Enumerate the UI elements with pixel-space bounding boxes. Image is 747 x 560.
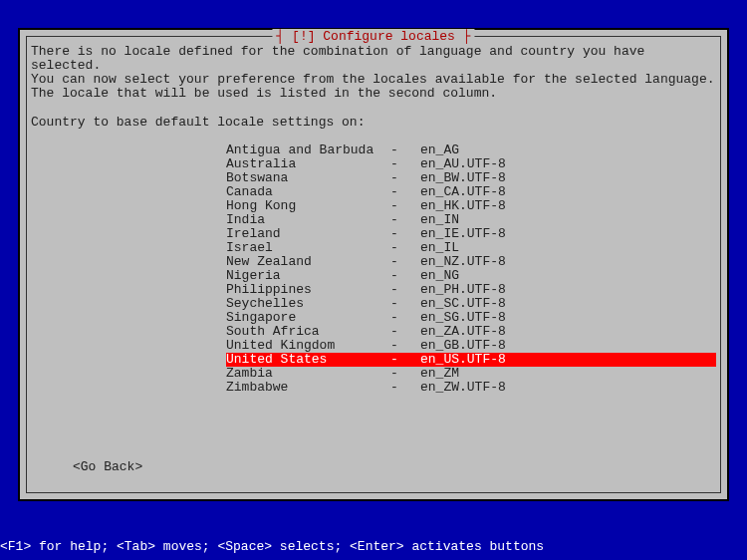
locale-item[interactable]: Seychelles- en_SC.UTF-8 [226,297,716,311]
body-line-3: The locale that will be used is listed i… [31,86,497,101]
locale-separator: - [390,311,420,325]
locale-code: en_CA.UTF-8 [420,185,506,199]
locale-item[interactable]: New Zealand- en_NZ.UTF-8 [226,255,716,269]
locale-item[interactable]: United States- en_US.UTF-8 [226,353,716,367]
locale-country: Hong Kong [226,199,390,213]
locale-code: en_ZM [420,367,459,381]
locale-code: en_PH.UTF-8 [420,283,506,297]
title-marker: [!] [292,29,323,44]
locale-separator: - [390,381,420,395]
locale-separator: - [390,143,420,157]
locale-country: Ireland [226,227,390,241]
body-line-2: You can now select your preference from … [31,72,715,87]
locale-country: Australia [226,157,390,171]
locale-separator: - [390,353,420,367]
locale-country: United Kingdom [226,339,390,353]
locale-code: en_IL [420,241,459,255]
locale-country: Seychelles [226,297,390,311]
go-back-button[interactable]: <Go Back> [73,459,142,474]
locale-item[interactable]: Israel- en_IL [226,241,716,255]
locale-item[interactable]: Singapore- en_SG.UTF-8 [226,311,716,325]
locale-code: en_IE.UTF-8 [420,227,506,241]
locale-item[interactable]: Antigua and Barbuda- en_AG [226,143,716,157]
locale-item[interactable]: Zimbabwe- en_ZW.UTF-8 [226,381,716,395]
locale-code: en_IN [420,213,459,227]
locale-item[interactable]: Ireland- en_IE.UTF-8 [226,227,716,241]
prompt-text: Country to base default locale settings … [31,115,716,130]
locale-separator: - [390,269,420,283]
locale-item[interactable]: South Africa- en_ZA.UTF-8 [226,325,716,339]
locale-separator: - [390,367,420,381]
locale-country: India [226,213,390,227]
locale-item[interactable]: Australia- en_AU.UTF-8 [226,157,716,171]
locale-item[interactable]: Philippines- en_PH.UTF-8 [226,283,716,297]
locale-country: Zimbabwe [226,381,390,395]
locale-code: en_BW.UTF-8 [420,171,506,185]
dialog-title: ┤ [!] Configure locales ├ [272,29,474,44]
locale-code: en_ZA.UTF-8 [420,325,506,339]
locale-item[interactable]: Zambia- en_ZM [226,367,716,381]
locale-code: en_ZW.UTF-8 [420,381,506,395]
help-bar: <F1> for help; <Tab> moves; <Space> sele… [0,539,544,554]
locale-separator: - [390,185,420,199]
locale-country: South Africa [226,325,390,339]
locale-code: en_GB.UTF-8 [420,339,506,353]
locale-code: en_NZ.UTF-8 [420,255,506,269]
locale-item[interactable]: Nigeria- en_NG [226,269,716,283]
locale-item[interactable]: United Kingdom- en_GB.UTF-8 [226,339,716,353]
locale-separator: - [390,241,420,255]
locale-separator: - [390,199,420,213]
locale-separator: - [390,339,420,353]
locale-country: New Zealand [226,255,390,269]
locale-country: Nigeria [226,269,390,283]
locale-separator: - [390,255,420,269]
locale-country: Israel [226,241,390,255]
locale-country: Antigua and Barbuda [226,143,390,157]
locale-item[interactable]: Botswana- en_BW.UTF-8 [226,171,716,185]
locale-country: Canada [226,185,390,199]
locale-code: en_SC.UTF-8 [420,297,506,311]
body-line-1: There is no locale defined for the combi… [31,44,652,73]
locale-item[interactable]: Canada- en_CA.UTF-8 [226,185,716,199]
locale-item[interactable]: India- en_IN [226,213,716,227]
locale-country: Philippines [226,283,390,297]
dialog-inner: ┤ [!] Configure locales ├ There is no lo… [26,36,721,493]
locale-separator: - [390,283,420,297]
locale-code: en_NG [420,269,459,283]
locale-code: en_AG [420,143,459,157]
locale-separator: - [390,227,420,241]
locale-country: United States [226,353,390,367]
locale-separator: - [390,157,420,171]
body-text: There is no locale defined for the combi… [31,45,716,101]
locale-code: en_AU.UTF-8 [420,157,506,171]
locale-code: en_HK.UTF-8 [420,199,506,213]
locale-country: Botswana [226,171,390,185]
title-text: Configure locales [323,29,455,44]
locale-separator: - [390,213,420,227]
locale-country: Zambia [226,367,390,381]
locale-list[interactable]: Antigua and Barbuda- en_AGAustralia- en_… [226,143,716,395]
locale-separator: - [390,325,420,339]
locale-country: Singapore [226,311,390,325]
locale-separator: - [390,297,420,311]
locale-item[interactable]: Hong Kong- en_HK.UTF-8 [226,199,716,213]
locale-separator: - [390,171,420,185]
title-open-bracket: ┤ [276,29,292,44]
dialog: ┤ [!] Configure locales ├ There is no lo… [18,28,729,501]
locale-code: en_SG.UTF-8 [420,311,506,325]
title-close-bracket: ├ [455,29,471,44]
locale-code: en_US.UTF-8 [420,353,506,367]
